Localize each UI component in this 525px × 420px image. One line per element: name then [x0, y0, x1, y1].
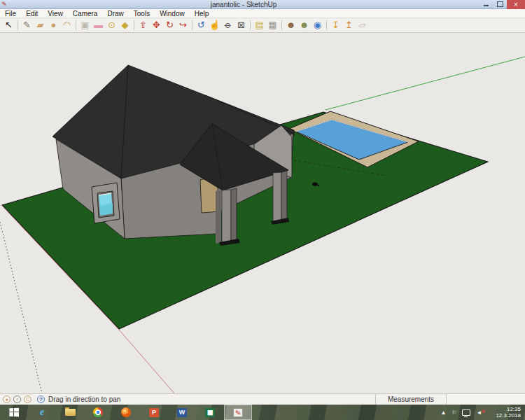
windows-logo-icon: [9, 408, 19, 416]
orbit-tool-icon[interactable]: ↺: [195, 19, 208, 31]
sketchup-window: ✎ janantolic - SketchUp × FileEditViewCa…: [0, 0, 525, 420]
measurements-label: Measurements: [375, 394, 447, 405]
close-button[interactable]: ×: [507, 0, 525, 9]
word-icon: W: [177, 408, 187, 417]
tray-date: 12.3.2018: [496, 412, 521, 419]
google-earth-icon[interactable]: ◉: [311, 19, 324, 31]
menu-item-help[interactable]: Help: [190, 9, 214, 18]
paint-bucket-icon[interactable]: ◆: [118, 19, 132, 31]
menu-item-camera[interactable]: Camera: [68, 9, 103, 18]
measurements-input[interactable]: [447, 394, 525, 405]
sketchup-taskbar-icon: ✎: [233, 408, 243, 417]
taskbar-sketchup[interactable]: ✎: [224, 405, 252, 420]
claim-credit-status-icon[interactable]: ↑: [13, 396, 21, 403]
select-tool-icon[interactable]: ↖: [2, 19, 15, 31]
action-center-flag-icon[interactable]: ⚐: [451, 410, 456, 416]
taskbar-start-button[interactable]: [0, 405, 28, 420]
toolbar-separator: [132, 20, 136, 31]
taskbar-file-explorer[interactable]: [56, 405, 84, 420]
taskbar-excel[interactable]: ▦: [196, 405, 224, 420]
rotate-tool-icon[interactable]: ↻: [163, 19, 176, 31]
menu-item-draw[interactable]: Draw: [102, 9, 128, 18]
line-tool-icon[interactable]: ✎: [20, 19, 34, 31]
circle-tool-icon[interactable]: ●: [47, 19, 60, 31]
porch-back-column[interactable]: [216, 190, 221, 244]
eraser-tool-icon[interactable]: ▬: [92, 19, 105, 31]
restore-button[interactable]: [493, 0, 507, 9]
push-pull-icon[interactable]: ⇧: [136, 19, 150, 31]
tray-time: 12:35: [496, 406, 521, 412]
position-camera-icon[interactable]: ☻: [298, 19, 311, 31]
hidden-icons-arrow[interactable]: ▲: [440, 410, 446, 416]
get-models-icon[interactable]: ↧: [329, 19, 342, 31]
toolbar-separator: [15, 20, 20, 31]
zoom-tool-icon[interactable]: ⌀: [221, 19, 234, 31]
toggle-terrain-icon[interactable]: ▦: [266, 19, 279, 31]
internet-explorer-icon: e: [40, 407, 44, 418]
credits-status-icon[interactable]: C: [24, 396, 31, 403]
firefox-icon: [121, 407, 131, 417]
system-tray: ▲⚐◄✕: [438, 410, 489, 416]
menu-item-edit[interactable]: Edit: [21, 9, 43, 18]
taskbar-firefox[interactable]: [112, 405, 140, 420]
toolbar: ↖✎▰●◠▣▬⊙◆⇧✥↻↪↺☝⌀⊠▤▦☻☻◉↧↥▱: [0, 18, 525, 33]
taskbar-internet-explorer[interactable]: e: [28, 405, 56, 420]
menu-item-file[interactable]: File: [0, 9, 21, 18]
sketchup-app-icon: ✎: [0, 0, 8, 8]
toolbar-separator: [279, 20, 284, 31]
status-hint-text: Drag in direction to pan: [48, 396, 375, 403]
toolbar-separator: [74, 20, 78, 31]
component-box-icon[interactable]: ▱: [356, 19, 369, 31]
toolbar-separator: [190, 20, 195, 31]
share-model-icon[interactable]: ↥: [342, 19, 356, 31]
porch-right-column-side: [281, 171, 287, 223]
toolbar-separator: [324, 20, 329, 31]
toolbar-separator: [248, 20, 253, 31]
windows-taskbar: ePW▦✎ ▲⚐◄✕ 12:35 12.3.2018: [0, 405, 525, 420]
network-icon[interactable]: [462, 410, 470, 416]
offset-tool-icon[interactable]: ↪: [176, 19, 190, 31]
zoom-extents-icon[interactable]: ⊠: [234, 19, 248, 31]
porch-left-column-side: [231, 188, 237, 244]
menu-item-tools[interactable]: Tools: [129, 9, 155, 18]
geolocation-status-icon[interactable]: ●: [3, 396, 10, 403]
taskbar-chrome[interactable]: [84, 405, 112, 420]
chrome-icon: [93, 407, 103, 417]
volume-muted-icon[interactable]: ◄✕: [476, 410, 482, 416]
rectangle-tool-icon[interactable]: ▰: [34, 19, 47, 31]
small-object-detail: [318, 185, 320, 187]
title-bar: ✎ janantolic - SketchUp ×: [0, 0, 525, 9]
arc-tool-icon[interactable]: ◠: [60, 19, 74, 31]
menu-item-view[interactable]: View: [43, 9, 68, 18]
minimize-button[interactable]: [479, 0, 493, 9]
status-bar: ●↑C ? Drag in direction to pan Measureme…: [0, 393, 525, 405]
taskbar-word[interactable]: W: [168, 405, 196, 420]
add-location-icon[interactable]: ▤: [253, 19, 266, 31]
model-viewport[interactable]: [0, 33, 525, 393]
tape-measure-icon[interactable]: ⊙: [105, 19, 118, 31]
photo-textures-icon[interactable]: ☻: [284, 19, 298, 31]
move-tool-icon[interactable]: ✥: [150, 19, 163, 31]
taskbar-clock[interactable]: 12:35 12.3.2018: [496, 406, 521, 419]
file-explorer-icon: [65, 409, 76, 416]
powerpoint-icon: P: [149, 408, 159, 417]
help-icon[interactable]: ?: [37, 396, 45, 403]
porch-left-column-front[interactable]: [222, 190, 231, 245]
menu-bar: FileEditViewCameraDrawToolsWindowHelp: [0, 9, 525, 18]
taskbar-powerpoint[interactable]: P: [140, 405, 168, 420]
window-title: janantolic - SketchUp: [8, 1, 479, 8]
menu-item-window[interactable]: Window: [155, 9, 190, 18]
scene-canvas[interactable]: [0, 33, 525, 393]
make-component-icon[interactable]: ▣: [78, 19, 92, 31]
small-object-on-lawn[interactable]: [312, 182, 318, 186]
pan-tool-icon[interactable]: ☝: [208, 19, 221, 31]
excel-icon: ▦: [205, 408, 215, 417]
porch-right-column-front[interactable]: [273, 172, 281, 223]
